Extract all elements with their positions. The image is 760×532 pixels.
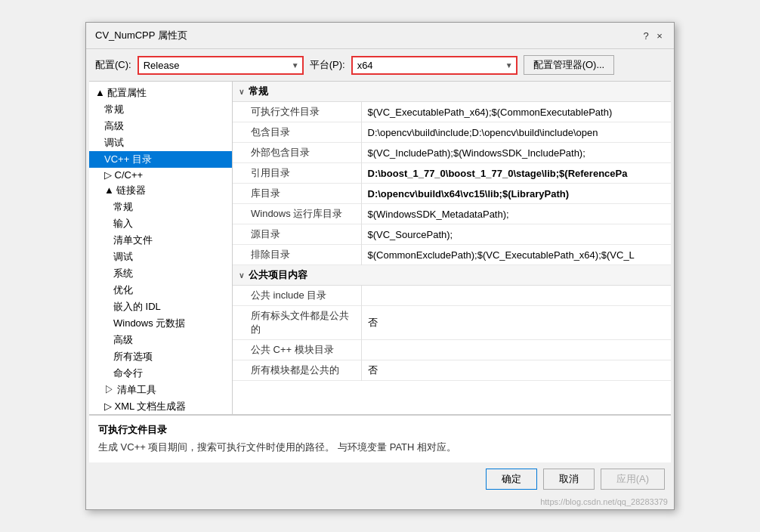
tree-item[interactable]: VC++ 目录 [89, 151, 232, 168]
description-title: 可执行文件目录 [98, 423, 662, 437]
property-name: 包含目录 [233, 122, 361, 143]
property-value: D:\opencv\build\x64\vc15\lib;$(LibraryPa… [361, 184, 671, 204]
config-label: 配置(C): [95, 58, 131, 72]
tree-item[interactable]: Windows 元数据 [89, 315, 232, 332]
property-name: 外部包含目录 [233, 143, 361, 163]
section-toggle-icon: ∨ [239, 271, 244, 280]
description-area: 可执行文件目录 生成 VC++ 项目期间，搜索可执行文件时使用的路径。 与环境变… [89, 415, 671, 462]
table-row[interactable]: 所有模块都是公共的否 [233, 360, 671, 381]
apply-button[interactable]: 应用(A) [601, 469, 665, 490]
property-value: $(VC_IncludePath);$(WindowsSDK_IncludePa… [361, 143, 671, 163]
property-value: 否 [361, 360, 671, 381]
title-controls: ? × [641, 30, 665, 41]
tree-item[interactable]: 常规 [89, 199, 232, 215]
watermark: https://blog.csdn.net/qq_28283379 [86, 496, 674, 509]
table-row[interactable]: 包含目录D:\opencv\build\include;D:\opencv\bu… [233, 122, 671, 143]
dialog-title: CV_NumCPP 属性页 [95, 29, 187, 42]
config-select[interactable]: Release [137, 56, 304, 75]
config-bar: 配置(C): Release ▼ 平台(P): x64 ▼ 配置管理器(O)..… [86, 49, 674, 81]
section-title: 常规 [249, 85, 268, 98]
tree-item[interactable]: 命令行 [89, 365, 232, 382]
property-name: 所有模块都是公共的 [233, 360, 361, 381]
tree-item[interactable]: ▷ 清单工具 [89, 382, 232, 398]
property-value [361, 286, 671, 306]
property-name: 公共 C++ 模块目录 [233, 340, 361, 360]
property-name: 源目录 [233, 224, 361, 245]
description-text: 生成 VC++ 项目期间，搜索可执行文件时使用的路径。 与环境变量 PATH 相… [98, 440, 662, 455]
ok-button[interactable]: 确定 [486, 469, 537, 490]
section-toggle-icon: ∨ [239, 88, 244, 96]
table-row[interactable]: 源目录$(VC_SourcePath); [233, 224, 671, 245]
tree-item[interactable]: 输入 [89, 215, 232, 232]
property-table: 可执行文件目录$(VC_ExecutablePath_x64);$(Common… [233, 102, 671, 265]
property-name: 排除目录 [233, 245, 361, 265]
tree-item[interactable]: 系统 [89, 265, 232, 282]
tree-item[interactable]: 嵌入的 IDL [89, 298, 232, 315]
property-value: $(WindowsSDK_MetadataPath); [361, 204, 671, 224]
tree-item[interactable]: 常规 [89, 101, 232, 118]
content-panel: ∨常规可执行文件目录$(VC_ExecutablePath_x64);$(Com… [233, 82, 671, 414]
property-dialog: CV_NumCPP 属性页 ? × 配置(C): Release ▼ 平台(P)… [85, 22, 675, 510]
property-value: D:\opencv\build\include;D:\opencv\build\… [361, 122, 671, 143]
config-select-wrapper: Release ▼ [137, 56, 304, 75]
table-row[interactable]: 库目录D:\opencv\build\x64\vc15\lib;$(Librar… [233, 184, 671, 204]
tree-item[interactable]: ▲ 配置属性 [89, 85, 232, 101]
tree-item[interactable]: 所有选项 [89, 348, 232, 365]
property-value: $(VC_SourcePath); [361, 224, 671, 245]
tree-panel: ▲ 配置属性常规高级调试VC++ 目录▷ C/C++▲ 链接器常规输入清单文件调… [89, 82, 233, 414]
tree-item[interactable]: 调试 [89, 135, 232, 151]
table-row[interactable]: 所有标头文件都是公共的否 [233, 306, 671, 340]
table-row[interactable]: 可执行文件目录$(VC_ExecutablePath_x64);$(Common… [233, 102, 671, 122]
property-name: 库目录 [233, 184, 361, 204]
table-row[interactable]: 公共 C++ 模块目录 [233, 340, 671, 360]
section-title: 公共项目内容 [249, 268, 307, 282]
table-row[interactable]: 外部包含目录$(VC_IncludePath);$(WindowsSDK_Inc… [233, 143, 671, 163]
property-value: 否 [361, 306, 671, 340]
section-header[interactable]: ∨常规 [233, 82, 671, 102]
section-header[interactable]: ∨公共项目内容 [233, 265, 671, 286]
tree-item[interactable]: 优化 [89, 282, 232, 298]
tree-item[interactable]: ▷ XML 文档生成器 [89, 398, 232, 414]
title-bar: CV_NumCPP 属性页 ? × [86, 23, 674, 49]
table-row[interactable]: Windows 运行库目录$(WindowsSDK_MetadataPath); [233, 204, 671, 224]
tree-item[interactable]: 高级 [89, 118, 232, 135]
property-name: 所有标头文件都是公共的 [233, 306, 361, 340]
platform-select-wrapper: x64 ▼ [351, 56, 517, 75]
tree-item[interactable]: ▲ 链接器 [89, 182, 232, 199]
help-button[interactable]: ? [641, 30, 651, 41]
property-value [361, 340, 671, 360]
config-manager-button[interactable]: 配置管理器(O)... [524, 55, 615, 75]
table-row[interactable]: 排除目录$(CommonExcludePath);$(VC_Executable… [233, 245, 671, 265]
tree-item[interactable]: ▷ C/C++ [89, 168, 232, 182]
tree-item[interactable]: 调试 [89, 249, 232, 265]
button-bar: 确定 取消 应用(A) [86, 462, 674, 496]
platform-select[interactable]: x64 [351, 56, 517, 75]
tree-item[interactable]: 清单文件 [89, 232, 232, 249]
close-button[interactable]: × [654, 30, 665, 41]
tree-item[interactable]: 高级 [89, 332, 232, 348]
property-name: Windows 运行库目录 [233, 204, 361, 224]
property-name: 公共 include 目录 [233, 286, 361, 306]
property-name: 可执行文件目录 [233, 102, 361, 122]
property-value: $(CommonExcludePath);$(VC_ExecutablePath… [361, 245, 671, 265]
main-area: ▲ 配置属性常规高级调试VC++ 目录▷ C/C++▲ 链接器常规输入清单文件调… [89, 81, 671, 415]
cancel-button[interactable]: 取消 [543, 469, 595, 490]
property-value: $(VC_ExecutablePath_x64);$(CommonExecuta… [361, 102, 671, 122]
property-value: D:\boost_1_77_0\boost_1_77_0\stage\lib;$… [361, 163, 671, 184]
table-row[interactable]: 公共 include 目录 [233, 286, 671, 306]
property-name: 引用目录 [233, 163, 361, 184]
platform-label: 平台(P): [310, 58, 345, 72]
property-table: 公共 include 目录所有标头文件都是公共的否公共 C++ 模块目录所有模块… [233, 286, 671, 381]
table-row[interactable]: 引用目录D:\boost_1_77_0\boost_1_77_0\stage\l… [233, 163, 671, 184]
